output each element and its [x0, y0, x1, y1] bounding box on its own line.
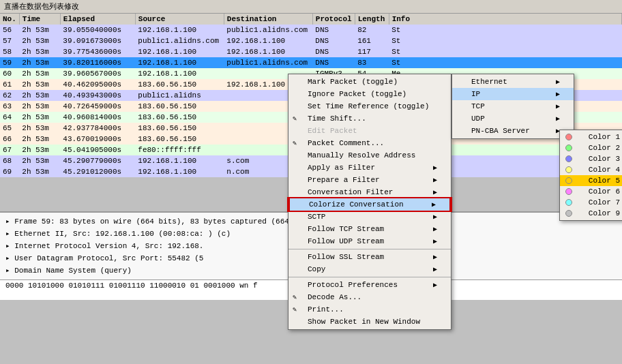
cell-src: 192.168.1.100: [135, 46, 224, 57]
col-header-info: Info: [389, 14, 621, 25]
cell-elapsed: 43.670019000s: [60, 134, 135, 145]
menu-item-mark-packet-toggle[interactable]: Mark Packet (toggle): [288, 76, 451, 88]
table-header: No. Time Elapsed Source Destination Prot…: [0, 14, 622, 25]
menu-item-sctp[interactable]: SCTP▶: [288, 211, 451, 223]
col-header-no: No.: [0, 14, 19, 25]
menu-item-ignore-packet-toggle[interactable]: Ignore Packet (toggle): [288, 88, 451, 100]
menu-label: Mark Packet (toggle): [308, 78, 398, 86]
menu-divider: [288, 277, 451, 277]
submenu-arrow: ▶: [556, 102, 560, 110]
cell-src: 192.168.1.100: [135, 57, 224, 68]
cell-info: St: [389, 57, 621, 68]
colorize-submenu-item-tcp[interactable]: TCP▶: [452, 100, 574, 112]
table-row[interactable]: 57 2h 53m 39.091673000s public1.alidns.c…: [0, 35, 622, 46]
cell-no: 67: [0, 145, 19, 155]
cell-len: 117: [355, 46, 389, 57]
ip-color-item-color-7[interactable]: Color 7: [560, 197, 622, 208]
menu-item-time-shift[interactable]: ✎Time Shift...: [288, 112, 451, 125]
menu-item-apply-as-filter[interactable]: Apply as Filter▶: [288, 162, 451, 174]
menu-label: Prepare a Filter: [308, 176, 380, 184]
ip-color-item-color-1[interactable]: Color 1: [560, 132, 622, 142]
menu-item-prepare-a-filter[interactable]: Prepare a Filter▶: [288, 174, 451, 186]
colorize-submenu[interactable]: Ethernet▶IP▶TCP▶UDP▶PN-CBA Server▶: [451, 74, 574, 139]
table-row[interactable]: 56 2h 53m 39.055040000s 192.168.1.100 pu…: [0, 25, 622, 35]
menu-item-colorize-conversation[interactable]: Colorize Conversation▶: [288, 198, 451, 211]
color-label: Color 7: [589, 198, 620, 207]
ip-color-item-color-9[interactable]: Color 9: [560, 208, 622, 219]
color-label: Color 6: [589, 187, 620, 196]
table-row[interactable]: 59 2h 53m 39.820116000s 192.168.1.100 pu…: [0, 57, 622, 68]
menu-item-show-packet-in-new-window[interactable]: Show Packet in New Window: [288, 316, 451, 328]
submenu-arrow: ▶: [433, 253, 437, 261]
table-row[interactable]: 58 2h 53m 39.775436000s 192.168.1.100 19…: [0, 46, 622, 57]
menu-item-copy[interactable]: Copy▶: [288, 263, 451, 275]
cell-dst: public1.alidns.com: [224, 25, 312, 35]
color-dot: [565, 145, 572, 151]
cell-no: 69: [0, 166, 19, 177]
menu-label: Print...: [308, 305, 344, 314]
menu-label: Edit Packet: [308, 127, 357, 135]
color-dot: [565, 210, 572, 217]
menu-label: Ethernet: [471, 78, 507, 86]
menu-item-protocol-preferences[interactable]: Protocol Preferences▶: [288, 279, 451, 291]
menu-label: Follow TCP Stream: [308, 225, 384, 233]
cell-proto: DNS: [312, 46, 355, 57]
menu-item-follow-ssl-stream[interactable]: Follow SSL Stream▶: [288, 251, 451, 263]
color-dot: [565, 134, 572, 140]
cell-no: 58: [0, 46, 19, 57]
cell-dst: 192.168.1.100: [224, 46, 312, 57]
cell-no: 66: [0, 134, 19, 145]
cell-elapsed: 39.960567000s: [60, 68, 135, 79]
context-menu[interactable]: Mark Packet (toggle)Ignore Packet (toggl…: [288, 74, 451, 330]
submenu-arrow: ▶: [433, 213, 437, 221]
color-label: Color 1: [589, 133, 620, 141]
cell-time: 2h 53m: [19, 155, 60, 166]
hex-text: 0000 10101000 01010111 01001110 11000010…: [5, 282, 258, 290]
ip-color-submenu[interactable]: Color 1 Color 2 Color 3 Color 4 Color 5 …: [559, 130, 622, 221]
color-dot: [565, 166, 572, 173]
cell-elapsed: 39.055040000s: [60, 25, 135, 35]
cell-elapsed: 39.091673000s: [60, 35, 135, 46]
cell-info: St: [389, 46, 621, 57]
menu-item-follow-udp-stream[interactable]: Follow UDP Stream▶: [288, 235, 451, 247]
menu-item-decode-as[interactable]: ✎Decode As...: [288, 291, 451, 303]
cell-elapsed: 45.291012000s: [60, 166, 135, 177]
cell-len: 83: [355, 57, 389, 68]
title-text: 直播在数据包列表修改: [4, 3, 79, 11]
colorize-submenu-item-ethernet[interactable]: Ethernet▶: [452, 76, 574, 88]
menu-item-print[interactable]: ✎Print...: [288, 303, 451, 316]
menu-label: Time Shift...: [308, 115, 366, 123]
cell-len: 161: [355, 35, 389, 46]
menu-label: Manually Resolve Address: [308, 151, 415, 160]
color-label: Color 9: [589, 209, 620, 217]
cell-elapsed: 40.493943000s: [60, 90, 135, 101]
ip-color-item-color-2[interactable]: Color 2: [560, 142, 622, 153]
ip-color-item-color-6[interactable]: Color 6: [560, 186, 622, 197]
col-header-src: Source: [135, 14, 224, 25]
colorize-submenu-item-udp[interactable]: UDP▶: [452, 112, 574, 125]
menu-label: Copy: [308, 265, 325, 273]
cell-src: 183.60.56.150: [135, 134, 224, 145]
menu-label: IP: [471, 90, 480, 98]
ip-color-item-color-4[interactable]: Color 4: [560, 164, 622, 175]
cell-len: 82: [355, 25, 389, 35]
menu-item-manually-resolve-address[interactable]: Manually Resolve Address: [288, 149, 451, 162]
menu-label: Follow UDP Stream: [308, 237, 384, 245]
cell-src: 192.168.1.100: [135, 166, 224, 177]
menu-label: Apply as Filter: [308, 164, 375, 172]
menu-item-set-time-reference-toggle[interactable]: Set Time Reference (toggle): [288, 100, 451, 112]
menu-label: UDP: [471, 115, 485, 123]
submenu-arrow: ▶: [556, 90, 560, 98]
ip-color-item-color-3[interactable]: Color 3: [560, 153, 622, 164]
cell-no: 59: [0, 57, 19, 68]
menu-item-follow-tcp-stream[interactable]: Follow TCP Stream▶: [288, 223, 451, 235]
ip-color-item-color-5[interactable]: Color 5: [560, 175, 622, 186]
col-header-time: Time: [19, 14, 60, 25]
colorize-submenu-item-ip[interactable]: IP▶: [452, 88, 574, 100]
menu-item-packet-comment[interactable]: ✎Packet Comment...: [288, 137, 451, 149]
menu-label: Protocol Preferences: [308, 281, 398, 289]
menu-item-edit-packet[interactable]: Edit Packet: [288, 125, 451, 137]
col-header-dst: Destination: [224, 14, 312, 25]
colorize-submenu-item-pn-cba server[interactable]: PN-CBA Server▶: [452, 125, 574, 137]
menu-item-conversation-filter[interactable]: Conversation Filter▶: [288, 186, 451, 198]
